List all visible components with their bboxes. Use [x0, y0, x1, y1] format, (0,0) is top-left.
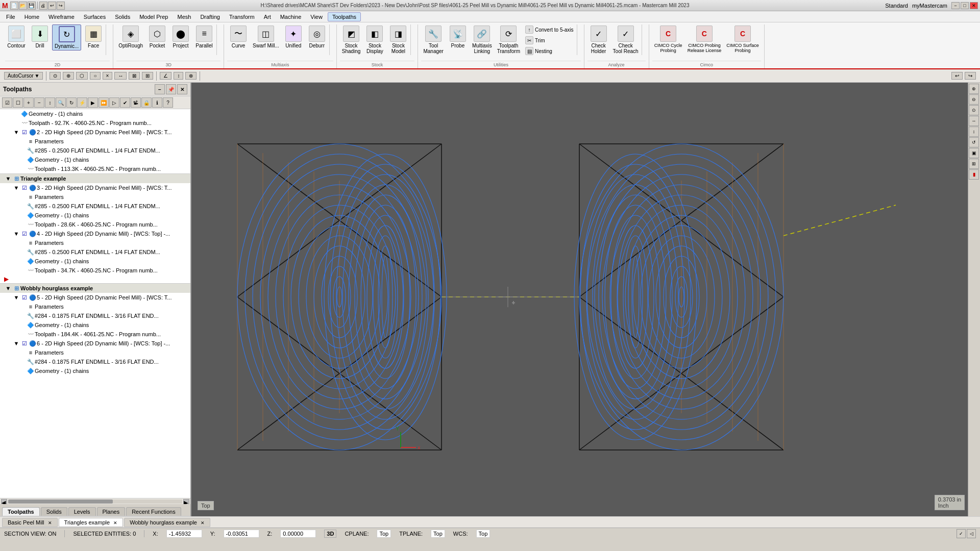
- ribbon-btn-face[interactable]: ▦ Face: [82, 24, 105, 49]
- ac-btn-intersection[interactable]: ×: [103, 72, 113, 80]
- tree-item[interactable]: ▼ ☑ 🔵 3 - 2D High Speed (2D Dynamic Peel…: [0, 183, 190, 192]
- wcs-value[interactable]: Top: [476, 530, 491, 538]
- panel-pin-btn[interactable]: 📌: [166, 84, 176, 94]
- tree-item[interactable]: 〰 Toolpath - 34.7K - 4060-25.NC - Progra…: [0, 266, 190, 275]
- ribbon-btn-contour[interactable]: ⬜ Contour: [5, 24, 28, 49]
- expand-icon[interactable]: ▼: [12, 128, 20, 136]
- ribbon-btn-pocket[interactable]: ⬡ Pocket: [146, 24, 168, 49]
- menu-model-prep[interactable]: Model Prep: [135, 13, 172, 21]
- toolbar-redo[interactable]: ↪: [57, 2, 65, 10]
- vt-btn-7[interactable]: ▣: [969, 148, 979, 158]
- tree-item[interactable]: 🔷 Geometry - (1) chains: [0, 211, 190, 220]
- toolbar-new[interactable]: 📄: [10, 2, 18, 10]
- tab-basic-peel-mill[interactable]: Basic Peel Mill ✕: [2, 518, 58, 527]
- ribbon-btn-multiaxis-linking[interactable]: 🔗 Multiaxis Linking: [470, 24, 494, 55]
- tree-item[interactable]: ≡ Parameters: [0, 192, 190, 202]
- ribbon-btn-stock-shading[interactable]: ◩ Stock Shading: [340, 24, 363, 55]
- ac-btn-origin[interactable]: ⊙: [50, 72, 61, 80]
- window-controls[interactable]: − □ ✕: [951, 2, 978, 9]
- menu-file[interactable]: File: [2, 13, 19, 21]
- vt-btn-4[interactable]: ↔: [969, 116, 979, 126]
- ribbon-btn-check-tool-reach[interactable]: ✓ Check Tool Reach: [611, 24, 641, 55]
- ac-btn-redo[interactable]: ↪: [965, 72, 976, 80]
- ptb-expand[interactable]: +: [23, 97, 34, 108]
- ac-btn-grid[interactable]: ⊠: [129, 72, 140, 80]
- menu-toolpaths[interactable]: Toolpaths: [328, 12, 361, 21]
- ptb-select-none[interactable]: ☐: [13, 97, 23, 108]
- ac-btn-undo[interactable]: ↩: [951, 72, 963, 80]
- expand-icon[interactable]: ▼: [4, 174, 12, 183]
- ac-btn-perp[interactable]: ↕: [174, 72, 183, 80]
- menu-surfaces[interactable]: Surfaces: [80, 13, 110, 21]
- toolbar-open[interactable]: 📂: [19, 2, 27, 10]
- ribbon-btn-check-holder[interactable]: ✓ Check Holder: [587, 24, 610, 55]
- ribbon-btn-tool-manager[interactable]: 🔧 Tool Manager: [421, 24, 445, 55]
- tree-item[interactable]: ≡ Parameters: [0, 137, 190, 146]
- tree-item[interactable]: ▼ ☑ 🔵 5 - 2D High Speed (2D Dynamic Peel…: [0, 293, 190, 302]
- tree-item[interactable]: ▼ ☑ 🔵 2 - 2D High Speed (2D Dynamic Peel…: [0, 128, 190, 137]
- check-icon[interactable]: ☑: [20, 128, 29, 136]
- scroll-right-btn[interactable]: ▶: [183, 499, 189, 504]
- x-value[interactable]: -1.45932: [166, 530, 202, 538]
- viewport[interactable]: + x Y Top 0.3703 in Inch ⊕ ⊖ ⊙ ↔ ↕ ↺: [191, 83, 980, 516]
- ptb-simulate[interactable]: ▷: [109, 97, 119, 108]
- panel-tab-planes[interactable]: Planes: [97, 507, 126, 516]
- tab-close-icon[interactable]: ✕: [113, 520, 117, 525]
- vt-btn-9[interactable]: ▮: [969, 169, 979, 180]
- vt-btn-8[interactable]: ⊞: [969, 159, 979, 169]
- ribbon-btn-parallel[interactable]: ≡ Parallel: [193, 24, 215, 49]
- tree-item[interactable]: 🔷 Geometry - (1) chains: [0, 366, 190, 375]
- status-btn-1[interactable]: ✓: [957, 529, 966, 538]
- ptb-lock[interactable]: 🔒: [141, 97, 152, 108]
- ptb-regen-dirty[interactable]: ⚡: [77, 97, 87, 108]
- tree-item[interactable]: 🔷 Geometry - (1) chains: [0, 155, 190, 164]
- ac-btn-tan[interactable]: ⊗: [185, 72, 197, 80]
- minimize-button[interactable]: −: [951, 2, 960, 9]
- ribbon-btn-probe[interactable]: 📡 Probe: [447, 24, 469, 49]
- ribbon-btn-unified[interactable]: ✦ Unified: [282, 24, 305, 49]
- ribbon-btn-optirough[interactable]: ◈ OptiRough: [116, 24, 145, 49]
- ribbon-btn-project[interactable]: ⬤ Project: [169, 24, 192, 49]
- ribbon-btn-drill[interactable]: ⬇ Drill: [29, 24, 51, 49]
- status-btn-2[interactable]: ◁: [967, 529, 976, 538]
- menu-view[interactable]: View: [306, 13, 327, 21]
- expand-icon[interactable]: ▼: [12, 339, 20, 347]
- ribbon-btn-trim[interactable]: ✂ Trim: [523, 35, 576, 45]
- menu-transform[interactable]: Transform: [225, 13, 259, 21]
- tree-group-triangle[interactable]: ▼ ⊞ Triangle example: [0, 173, 190, 183]
- cplane-value[interactable]: Top: [377, 530, 391, 538]
- panel-tab-recent[interactable]: Recent Functions: [126, 507, 181, 516]
- panel-close-btn[interactable]: ✕: [177, 84, 187, 94]
- panel-tab-levels[interactable]: Levels: [68, 507, 96, 516]
- menu-wireframe[interactable]: Wireframe: [44, 13, 79, 21]
- ptb-regen[interactable]: ↻: [66, 97, 77, 108]
- ribbon-btn-curve[interactable]: 〜 Curve: [227, 24, 250, 49]
- tree-item[interactable]: ▼ ☑ 🔵 6 - 2D High Speed (2D Dynamic Mill…: [0, 339, 190, 348]
- panel-tab-toolpaths[interactable]: Toolpaths: [2, 507, 40, 516]
- autocursor-dropdown[interactable]: AutoCursor ▼: [4, 72, 43, 80]
- tree-item[interactable]: 🔧 #285 - 0.2500 FLAT ENDMILL - 1/4 FLAT …: [0, 202, 190, 211]
- ribbon-btn-dynamic[interactable]: ↻ Dynamic...: [52, 24, 81, 51]
- user-menu[interactable]: myMastercam: [912, 3, 947, 9]
- ribbon-btn-stock-display[interactable]: ◧ Stock Display: [363, 24, 386, 55]
- tree-item[interactable]: 🔷 Geometry - (1) chains: [0, 320, 190, 330]
- profile-selector[interactable]: Standard: [885, 3, 908, 9]
- expand-icon[interactable]: ▼: [4, 284, 12, 292]
- ribbon-btn-swarf[interactable]: ◫ Swarf Mill...: [251, 24, 281, 49]
- tab-wobbly-hourglass[interactable]: Wobbly hourglass example ✕: [124, 518, 210, 527]
- ptb-verify[interactable]: ✔: [120, 97, 130, 108]
- ribbon-btn-convert-5axis[interactable]: ↑ Convert to 5-axis: [523, 24, 576, 35]
- ptb-help[interactable]: ?: [163, 97, 173, 108]
- expand-icon[interactable]: ▼: [12, 230, 20, 238]
- menu-drafting[interactable]: Drafting: [196, 13, 224, 21]
- expand-icon[interactable]: ▼: [12, 184, 20, 192]
- tree-item[interactable]: ≡ Parameters: [0, 348, 190, 357]
- ptb-high-feed[interactable]: ⏩: [99, 97, 109, 108]
- tree-item[interactable]: 🔧 #284 - 0.1875 FLAT ENDMILL - 3/16 FLAT…: [0, 311, 190, 320]
- tree-item[interactable]: 🔧 #285 - 0.2500 FLAT ENDMILL - 1/4 FLAT …: [0, 247, 190, 257]
- ac-btn-angle[interactable]: ∠: [160, 72, 172, 80]
- y-value[interactable]: -0.03051: [224, 530, 259, 538]
- expand-icon[interactable]: ▼: [12, 293, 20, 302]
- ac-btn-midpoint[interactable]: ⬡: [76, 72, 88, 80]
- ribbon-btn-nesting[interactable]: ▤ Nesting: [523, 46, 576, 56]
